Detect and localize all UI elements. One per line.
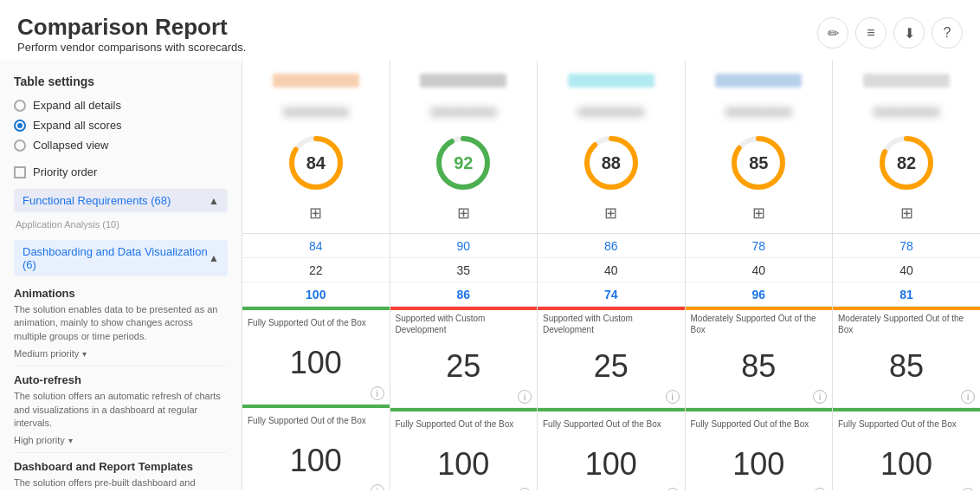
- header-left: Comparison Report Perform vendor compari…: [17, 14, 246, 54]
- status-label-1-anim: Fully Supported Out of the Box: [242, 310, 390, 334]
- info-icon-5-auto[interactable]: i: [961, 488, 975, 490]
- info-row-1-auto: i: [242, 483, 390, 490]
- vendor-subtitle-5: ████████████: [874, 107, 940, 116]
- info-icon-1-auto[interactable]: i: [371, 484, 384, 490]
- score-row-3-app: 40: [538, 258, 685, 282]
- feature-templates-title: Dashboard and Report Templates: [14, 460, 228, 473]
- vendor-logo-3: [568, 68, 654, 94]
- radio-collapsed[interactable]: Collapsed view: [14, 139, 228, 152]
- header: Comparison Report Perform vendor compari…: [0, 0, 980, 61]
- feature-block-5-autorefresh: Fully Supported Out of the Box 100 i: [833, 408, 980, 490]
- sidebar: Table settings Expand all details Expand…: [0, 61, 242, 490]
- feature-animations-priority[interactable]: Medium priority ▾: [14, 348, 228, 359]
- info-icon-1-anim[interactable]: i: [371, 386, 384, 400]
- feature-animations: Animations The solution enables data to …: [14, 280, 228, 366]
- bar-chart-icon-3[interactable]: ⊞: [604, 204, 617, 223]
- chevron-up-icon-2: ▲: [209, 252, 219, 264]
- info-icon-3-auto[interactable]: i: [666, 488, 680, 490]
- score-row-4-app: 40: [686, 258, 833, 282]
- score-row-2-dash: 86: [390, 282, 538, 307]
- score-row-5-app: 40: [833, 258, 980, 282]
- score-circle-3: 88: [581, 133, 642, 193]
- feature-block-2-animations: Supported with Custom Development 25 i: [390, 307, 538, 408]
- feature-block-4-animations: Moderately Supported Out of the Box 85 i: [686, 307, 833, 408]
- score-number-4: 85: [749, 153, 768, 173]
- page-subtitle: Perform vendor comparisons with scorecar…: [17, 41, 246, 54]
- score-circle-1: 84: [286, 133, 346, 193]
- feature-templates: Dashboard and Report Templates The solut…: [14, 453, 228, 490]
- vendor-subtitle-1: ████████████: [282, 107, 349, 116]
- status-label-5-anim: Moderately Supported Out of the Box: [833, 310, 980, 338]
- vendor-col-1: ████████████ 84 ⊞ 84 22 100: [242, 61, 390, 490]
- score-number-3: 88: [602, 153, 621, 173]
- big-score-2-auto: 100: [390, 436, 538, 486]
- feature-block-1-autorefresh: Fully Supported Out of the Box 100 i: [242, 405, 390, 490]
- info-icon-2-anim[interactable]: i: [518, 390, 532, 404]
- feature-block-5-animations: Moderately Supported Out of the Box 85 i: [833, 307, 980, 408]
- info-row-4-anim: i: [686, 388, 833, 407]
- score-row-1-dash: 100: [242, 282, 390, 307]
- status-label-5-auto: Fully Supported Out of the Box: [833, 412, 980, 436]
- bar-chart-icon-4[interactable]: ⊞: [752, 204, 765, 223]
- vendor-logo-5: [863, 68, 950, 94]
- feature-animations-desc: The solution enables data to be presente…: [14, 303, 228, 343]
- info-icon-5-anim[interactable]: i: [961, 390, 975, 404]
- radio-circle-collapsed: [14, 139, 26, 152]
- feature-block-2-autorefresh: Fully Supported Out of the Box 100 i: [390, 408, 538, 490]
- vendor-subtitle-4: ████████████: [725, 107, 792, 116]
- vendor-logo-4: [715, 68, 802, 94]
- big-score-1-anim: 100: [242, 334, 390, 385]
- score-row-3-req: 86: [538, 234, 685, 258]
- big-score-2-anim: 25: [390, 338, 538, 388]
- score-row-2-app: 35: [390, 258, 538, 282]
- checkbox-box-priority: [14, 166, 26, 178]
- status-label-4-anim: Moderately Supported Out of the Box: [686, 310, 833, 338]
- feature-block-3-autorefresh: Fully Supported Out of the Box 100 i: [538, 408, 685, 490]
- vendor-col-5: ████████████ 82 ⊞ 78 40 81 Moderatel: [833, 61, 980, 490]
- feature-block-4-autorefresh: Fully Supported Out of the Box 100 i: [686, 408, 833, 490]
- vendor-header-1: ████████████ 84 ⊞: [242, 61, 390, 234]
- download-button[interactable]: ⬇: [893, 17, 925, 49]
- score-number-5: 82: [897, 153, 916, 173]
- menu-button[interactable]: ≡: [855, 17, 887, 49]
- info-icon-2-auto[interactable]: i: [518, 488, 532, 490]
- feature-autorefresh-title: Auto-refresh: [14, 373, 228, 386]
- score-row-4-req: 78: [686, 234, 833, 258]
- score-row-5-req: 78: [833, 234, 980, 258]
- bar-chart-icon-2[interactable]: ⊞: [457, 204, 470, 223]
- info-row-3-auto: i: [538, 486, 685, 490]
- help-button[interactable]: ?: [932, 17, 963, 49]
- info-icon-4-auto[interactable]: i: [813, 488, 827, 490]
- status-label-2-anim: Supported with Custom Development: [390, 310, 538, 338]
- edit-button[interactable]: ✏: [817, 17, 848, 49]
- bar-chart-icon-5[interactable]: ⊞: [900, 204, 913, 223]
- score-row-4-dash: 96: [686, 282, 833, 307]
- radio-expand-details[interactable]: Expand all details: [14, 99, 228, 112]
- score-circle-5: 82: [876, 133, 937, 193]
- content-area: ████████████ 84 ⊞ 84 22 100: [242, 61, 980, 490]
- vendor-header-4: ████████████ 85 ⊞: [686, 61, 833, 234]
- vendor-logo-2: [420, 68, 506, 94]
- big-score-4-anim: 85: [686, 338, 833, 388]
- vendor-col-3: ████████████ 88 ⊞ 86 40 74 Supported: [538, 61, 686, 490]
- section-dashboarding[interactable]: Dashboarding and Data Visualization (6) …: [14, 240, 228, 276]
- bar-chart-icon-1[interactable]: ⊞: [309, 204, 322, 223]
- feature-autorefresh-priority[interactable]: High priority ▾: [14, 435, 228, 445]
- radio-group: Expand all details Expand all scores Col…: [14, 99, 228, 152]
- score-number-2: 92: [454, 153, 473, 173]
- big-score-5-auto: 100: [833, 436, 980, 486]
- info-icon-3-anim[interactable]: i: [666, 390, 680, 404]
- info-row-1-anim: i: [242, 385, 390, 404]
- status-label-3-auto: Fully Supported Out of the Box: [538, 412, 685, 436]
- checkbox-priority[interactable]: Priority order: [14, 165, 228, 178]
- vendor-logo-1: [273, 68, 359, 94]
- section-functional-req[interactable]: Functional Requirements (68) ▲: [14, 189, 228, 212]
- radio-expand-scores[interactable]: Expand all scores: [14, 119, 228, 132]
- sidebar-settings-title: Table settings: [14, 75, 228, 88]
- status-label-4-auto: Fully Supported Out of the Box: [686, 412, 833, 436]
- big-score-4-auto: 100: [686, 436, 833, 486]
- vendor-col-2: ████████████ 92 ⊞ 90 35 86 Supported: [390, 61, 538, 490]
- status-label-1-auto: Fully Supported Out of the Box: [242, 408, 390, 432]
- header-actions: ✏ ≡ ⬇ ?: [817, 17, 963, 49]
- info-icon-4-anim[interactable]: i: [813, 390, 827, 404]
